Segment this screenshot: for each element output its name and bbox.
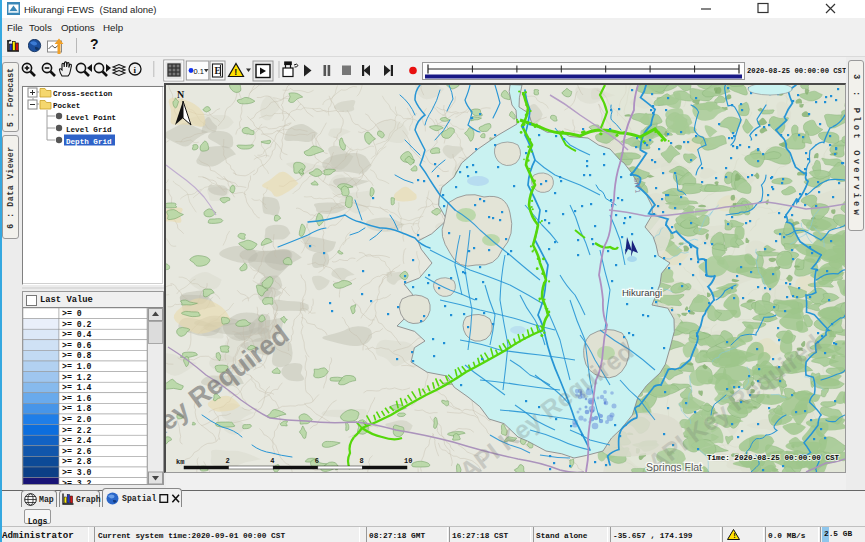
svg-text:Hikurangi: Hikurangi bbox=[622, 287, 662, 298]
svg-text:!: ! bbox=[732, 532, 737, 540]
svg-text:Depth Grid: Depth Grid bbox=[66, 138, 112, 146]
svg-text:N: N bbox=[177, 89, 185, 100]
svg-text:>= 0.2: >= 0.2 bbox=[62, 320, 92, 329]
svg-text:Pocket: Pocket bbox=[53, 102, 80, 110]
svg-text:!: ! bbox=[234, 67, 237, 77]
svg-text:>= 0.6: >= 0.6 bbox=[62, 341, 92, 350]
svg-text:>= 0: >= 0 bbox=[62, 309, 82, 318]
svg-text:8: 8 bbox=[359, 457, 363, 465]
svg-text:Level Point: Level Point bbox=[66, 114, 116, 122]
svg-text:Level Grid: Level Grid bbox=[66, 126, 112, 134]
svg-text:>= 2.4: >= 2.4 bbox=[62, 436, 92, 445]
svg-text:>= 0.4: >= 0.4 bbox=[62, 330, 92, 339]
svg-text:>= 1.2: >= 1.2 bbox=[62, 373, 92, 382]
svg-text:>= 3.2: >= 3.2 bbox=[62, 479, 92, 484]
svg-text:Cross-section: Cross-section bbox=[53, 90, 113, 98]
svg-text:>= 2.8: >= 2.8 bbox=[62, 457, 92, 466]
svg-text:>= 1.8: >= 1.8 bbox=[62, 404, 92, 413]
svg-text:4: 4 bbox=[270, 457, 274, 465]
svg-text:km: km bbox=[176, 458, 184, 466]
svg-text:Springs Flat: Springs Flat bbox=[646, 461, 702, 472]
svg-text:>= 2.6: >= 2.6 bbox=[62, 447, 92, 456]
svg-text:i: i bbox=[134, 65, 137, 75]
svg-text:E: E bbox=[215, 66, 221, 76]
svg-text:6: 6 bbox=[315, 457, 319, 465]
svg-text:>= 1.6: >= 1.6 bbox=[62, 394, 92, 403]
svg-text:>= 2.2: >= 2.2 bbox=[62, 426, 92, 435]
svg-text:2: 2 bbox=[226, 457, 230, 465]
svg-text:>= 1.0: >= 1.0 bbox=[62, 362, 92, 371]
svg-text:>= 1.4: >= 1.4 bbox=[62, 383, 92, 392]
svg-text:0.1: 0.1 bbox=[194, 67, 204, 76]
svg-text:>= 3.0: >= 3.0 bbox=[62, 468, 92, 477]
svg-text:Time: 2020-08-25 00:00:00 CST: Time: 2020-08-25 00:00:00 CST bbox=[707, 454, 840, 462]
svg-text:>= 2.0: >= 2.0 bbox=[62, 415, 92, 424]
svg-text:10: 10 bbox=[404, 457, 412, 465]
svg-text:>= 0.8: >= 0.8 bbox=[62, 351, 92, 360]
